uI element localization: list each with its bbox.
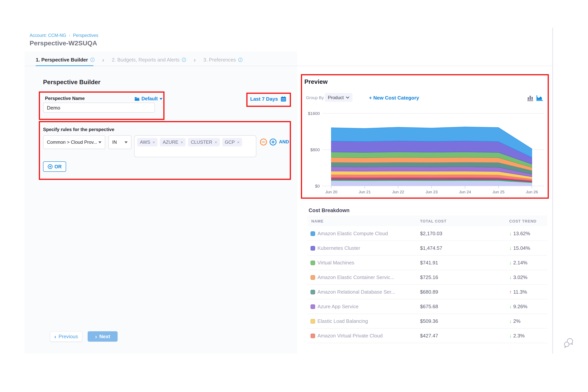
rule-operator-dropdown[interactable]: IN [108, 135, 132, 149]
time-range-selector[interactable]: Last 7 Days [250, 96, 286, 102]
table-row[interactable]: Kubernetes Cluster$1,474.57↓15.04% [308, 241, 547, 256]
tab-label: 2. Budgets, Reports and Alerts [112, 57, 180, 63]
row-name-label: Amazon Virtual Private Cloud [318, 333, 382, 338]
table-row[interactable]: Amazon Relational Database Ser...$680.89… [308, 285, 547, 300]
chevron-down-icon [98, 141, 102, 143]
row-total-cost: $509.36 [420, 318, 509, 324]
row-total-cost: $675.68 [420, 304, 509, 309]
rule-field-dropdown[interactable]: Common > Cloud Prov... [43, 135, 105, 149]
y-axis-tick-label: $800 [310, 148, 320, 152]
tab-1[interactable]: 1. Perspective Builderi [36, 57, 94, 63]
filter-chip[interactable]: AZURE× [160, 138, 186, 146]
bar-chart-toggle-button[interactable] [527, 95, 534, 101]
filter-chip-label: CLUSTER [191, 140, 212, 145]
row-cost-trend: ↓2.14% [509, 260, 547, 266]
rule-operator-value: IN [112, 140, 117, 145]
area-chart-icon [536, 95, 543, 101]
tab-3[interactable]: 3. Preferencesi [203, 57, 242, 63]
tab-2[interactable]: 2. Budgets, Reports and Alertsi [112, 57, 186, 63]
support-chat-button[interactable] [564, 338, 574, 348]
row-name-label: Virtual Machines [318, 260, 354, 266]
series-color-swatch [310, 334, 315, 338]
row-total-cost: $2,170.03 [420, 230, 509, 236]
breadcrumb: Account: CCM-NG›Perspectives [30, 33, 98, 38]
row-total-cost: $427.47 [420, 333, 509, 338]
next-button[interactable]: › Next [88, 331, 118, 342]
trend-down-arrow-icon: ↓ [509, 274, 512, 280]
row-name-cell[interactable]: Azure App Service [308, 304, 420, 309]
row-name-cell[interactable]: Kubernetes Cluster [308, 245, 420, 251]
row-cost-trend: ↓3.02% [509, 274, 547, 280]
column-header: TOTAL COST [420, 219, 509, 223]
table-row[interactable]: Azure App Service$675.68↓9.26% [308, 300, 547, 314]
previous-button[interactable]: ‹ Previous [50, 331, 82, 342]
chip-remove-icon[interactable]: × [237, 140, 240, 144]
folder-selector[interactable]: Default [134, 96, 163, 102]
filter-chip-label: AZURE [163, 140, 178, 145]
rule-values-box[interactable]: AWS×AZURE×CLUSTER×GCP× [134, 135, 256, 157]
chevron-left-icon: ‹ [54, 334, 56, 339]
trend-up-arrow-icon: ↑ [509, 289, 512, 295]
trend-value: 2.14% [513, 260, 528, 266]
chip-remove-icon[interactable]: × [215, 140, 217, 144]
rule-field-value: Common > Cloud Prov... [47, 140, 97, 145]
filter-chip[interactable]: AWS× [137, 138, 158, 146]
info-icon: i [238, 58, 242, 62]
row-cost-trend: ↓13.62% [509, 230, 547, 236]
row-name-cell[interactable]: Virtual Machines [308, 260, 420, 266]
group-by-dropdown[interactable]: Product [325, 93, 352, 102]
y-axis-tick-label: $1600 [308, 111, 320, 116]
chip-remove-icon[interactable]: × [152, 140, 155, 144]
row-cost-trend: ↓2.3% [509, 333, 547, 338]
chevron-down-icon [346, 96, 350, 98]
filter-chip[interactable]: GCP× [222, 138, 242, 146]
table-row[interactable]: Virtual Machines$741.91↓2.14% [308, 256, 547, 270]
trend-value: 11.3% [513, 289, 527, 295]
group-by-value: Product [328, 95, 344, 100]
cost-breakdown-title: Cost Breakdown [308, 208, 350, 213]
series-color-swatch [310, 290, 315, 294]
chip-remove-icon[interactable]: × [181, 140, 183, 144]
add-rule-button[interactable] [270, 138, 277, 146]
remove-rule-button[interactable] [260, 138, 267, 146]
add-or-rule-button[interactable]: OR [43, 162, 66, 172]
table-row[interactable]: Elastic Load Balancing$509.36↓2% [308, 314, 547, 328]
row-name-cell[interactable]: Amazon Virtual Private Cloud [308, 333, 420, 338]
trend-down-arrow-icon: ↓ [509, 333, 512, 338]
table-row[interactable]: Amazon Elastic Compute Cloud$2,170.03↓13… [308, 226, 547, 241]
row-total-cost: $680.89 [420, 289, 509, 295]
x-axis-tick-label: Jun 24 [459, 190, 471, 194]
row-name-label: Amazon Relational Database Ser... [318, 289, 395, 295]
new-cost-category-button[interactable]: + New Cost Category [369, 95, 419, 101]
column-header: NAME [308, 219, 420, 223]
chevron-right-icon: › [194, 56, 196, 63]
app-root: Account: CCM-NG›Perspectives Perspective… [0, 0, 588, 392]
table-row[interactable]: Amazon Elastic Container Servic...$725.1… [308, 270, 547, 285]
cost-table-body: Amazon Elastic Compute Cloud$2,170.03↓13… [308, 226, 547, 343]
row-name-cell[interactable]: Amazon Relational Database Ser... [308, 289, 420, 295]
perspective-name-input[interactable] [43, 102, 155, 112]
row-cost-trend: ↑11.3% [509, 289, 547, 295]
row-name-cell[interactable]: Amazon Elastic Container Servic... [308, 274, 420, 280]
and-label: AND [279, 139, 289, 144]
breadcrumb-link[interactable]: Account: CCM-NG [30, 33, 66, 38]
x-axis-tick-label: Jun 20 [325, 190, 337, 194]
previous-button-label: Previous [58, 334, 78, 339]
page-title: Perspective-W2SUQA [30, 40, 97, 47]
cost-breakdown-table: NAMETOTAL COSTCOST TREND Amazon Elastic … [308, 216, 547, 343]
area-series-0 [331, 181, 532, 186]
plus-circle-icon [270, 138, 277, 146]
row-name-cell[interactable]: Elastic Load Balancing [308, 318, 420, 324]
series-color-swatch [310, 231, 315, 236]
folder-icon [134, 97, 140, 101]
row-name-label: Amazon Elastic Container Servic... [318, 274, 394, 280]
area-chart-toggle-button[interactable] [536, 95, 543, 101]
row-name-cell[interactable]: Amazon Elastic Compute Cloud [308, 230, 420, 236]
filter-chip[interactable]: CLUSTER× [188, 138, 220, 146]
breadcrumb-link[interactable]: Perspectives [73, 33, 98, 38]
trend-down-arrow-icon: ↓ [509, 245, 512, 251]
cost-preview-chart: $0$800$1600Jun 20Jun 21Jun 22Jun 23Jun 2… [304, 110, 547, 198]
table-row[interactable]: Amazon Virtual Private Cloud$427.47↓2.3% [308, 328, 547, 343]
y-axis-tick-label: $0 [315, 184, 320, 188]
plus-circle-icon [48, 164, 52, 169]
